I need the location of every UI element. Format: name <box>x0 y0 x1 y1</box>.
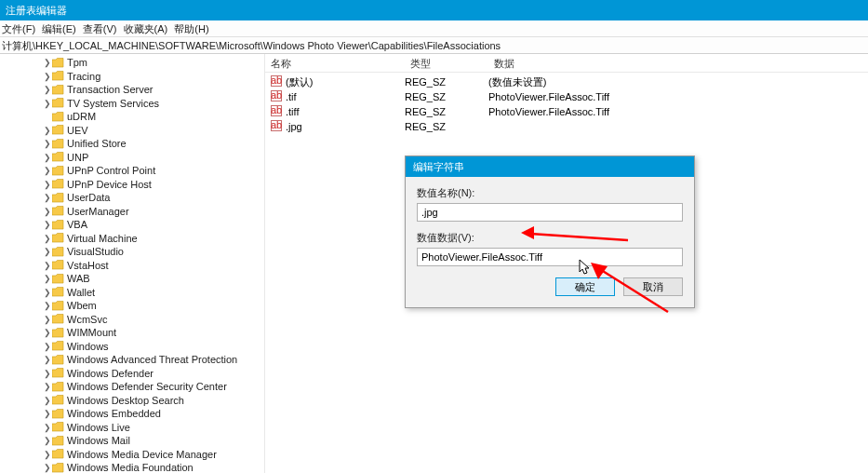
tree-toggle-icon[interactable]: ❯ <box>43 450 52 459</box>
svg-text:ab: ab <box>271 105 282 115</box>
tree-node[interactable]: ❯Windows <box>0 340 264 354</box>
tree-node[interactable]: ❯Windows Defender <box>0 367 264 381</box>
tree-node-label: Wbem <box>67 300 97 311</box>
col-name[interactable]: 名称 <box>265 54 405 72</box>
string-value-icon: ab <box>271 75 282 88</box>
value-data-input[interactable] <box>417 248 683 266</box>
value-row[interactable]: ab(默认)REG_SZ(数值未设置) <box>265 74 868 89</box>
value-name-input[interactable] <box>417 203 683 222</box>
tree-node[interactable]: ❯VisualStudio <box>0 245 264 259</box>
value-row[interactable]: ab.jpgREG_SZ <box>265 119 868 134</box>
tree-toggle-icon[interactable]: ❯ <box>43 58 52 67</box>
tree-toggle-icon[interactable]: ❯ <box>43 328 52 337</box>
tree-toggle-icon[interactable]: ❯ <box>43 463 52 472</box>
tree-node[interactable]: ❯Windows Desktop Search <box>0 394 264 408</box>
tree-toggle-icon[interactable]: ❯ <box>43 369 52 378</box>
tree-toggle-icon[interactable]: ❯ <box>43 99 52 108</box>
tree-toggle-icon[interactable]: ❯ <box>43 436 52 445</box>
tree-node[interactable]: ❯UPnP Control Point <box>0 164 264 178</box>
tree-node[interactable]: ❯UserData <box>0 191 264 205</box>
tree-node[interactable]: ❯Windows Defender Security Center <box>0 380 264 394</box>
tree-toggle-icon[interactable]: ❯ <box>43 72 52 81</box>
address-bar[interactable]: 计算机\HKEY_LOCAL_MACHINE\SOFTWARE\Microsof… <box>0 37 868 54</box>
menu-file[interactable]: 文件(F) <box>2 23 35 34</box>
value-row[interactable]: ab.tifREG_SZPhotoViewer.FileAssoc.Tiff <box>265 89 868 104</box>
tree-node-label: Unified Store <box>67 138 127 149</box>
tree-toggle-icon[interactable]: ❯ <box>43 301 52 310</box>
menu-help[interactable]: 帮助(H) <box>174 23 208 34</box>
tree-toggle-icon[interactable]: ❯ <box>43 139 52 148</box>
value-type: REG_SZ <box>405 121 488 132</box>
tree-node[interactable]: ❯Windows Embedded <box>0 407 264 421</box>
tree-toggle-icon[interactable]: ❯ <box>43 409 52 418</box>
tree-toggle-icon[interactable]: ❯ <box>43 342 52 351</box>
tree-toggle-icon[interactable]: ❯ <box>43 288 52 297</box>
string-value-icon: ab <box>271 120 282 133</box>
tree-node[interactable]: ❯UserManager <box>0 205 264 219</box>
tree-toggle-icon[interactable]: ❯ <box>43 153 52 162</box>
tree-toggle-icon[interactable]: ❯ <box>43 423 52 432</box>
value-data-label: 数值数据(V): <box>417 231 683 245</box>
tree-node[interactable]: ❯Virtual Machine <box>0 232 264 246</box>
tree-node-label: Windows Media Foundation <box>67 462 194 473</box>
tree-node[interactable]: ❯VBA <box>0 218 264 232</box>
tree-toggle-icon[interactable]: ❯ <box>43 355 52 364</box>
tree-node-label: Tracing <box>67 71 100 82</box>
menu-favorites[interactable]: 收藏夹(A) <box>124 23 168 34</box>
tree-node[interactable]: ❯Wallet <box>0 286 264 300</box>
tree-node[interactable]: ❯Wbem <box>0 299 264 313</box>
tree-node[interactable]: ❯Windows Media Device Manager <box>0 448 264 462</box>
dialog-title: 编辑字符串 <box>406 156 694 177</box>
tree-node[interactable]: ❯Tpm <box>0 56 264 70</box>
tree-toggle-icon[interactable]: ❯ <box>43 396 52 405</box>
tree-node[interactable]: ❯UNP <box>0 151 264 165</box>
tree-node[interactable]: ❯UEV <box>0 124 264 138</box>
tree-node[interactable]: ❯Windows Media Foundation <box>0 461 264 473</box>
tree-node-label: WcmSvc <box>67 314 107 325</box>
col-data[interactable]: 数据 <box>488 54 868 72</box>
tree-toggle-icon[interactable]: ❯ <box>43 85 52 94</box>
registry-tree[interactable]: ❯Tpm❯Tracing❯Transaction Server❯TV Syste… <box>0 54 265 473</box>
tree-node-label: WAB <box>67 273 90 284</box>
tree-toggle-icon[interactable]: ❯ <box>43 274 52 283</box>
string-value-icon: ab <box>271 90 282 103</box>
tree-toggle-icon[interactable]: ❯ <box>43 261 52 270</box>
tree-node[interactable]: uDRM <box>0 110 264 124</box>
menu-view[interactable]: 查看(V) <box>83 23 117 34</box>
tree-node[interactable]: ❯WAB <box>0 272 264 286</box>
tree-node[interactable]: ❯WcmSvc <box>0 313 264 327</box>
tree-node[interactable]: ❯Windows Live <box>0 421 264 435</box>
tree-toggle-icon[interactable]: ❯ <box>43 193 52 202</box>
tree-toggle-icon[interactable]: ❯ <box>43 220 52 229</box>
tree-node-label: VstaHost <box>67 260 109 271</box>
value-data: PhotoViewer.FileAssoc.Tiff <box>488 106 868 117</box>
tree-node[interactable]: ❯UPnP Device Host <box>0 178 264 192</box>
svg-text:ab: ab <box>271 120 282 130</box>
tree-node[interactable]: ❯Tracing <box>0 70 264 84</box>
col-type[interactable]: 类型 <box>405 54 488 72</box>
tree-toggle-icon[interactable]: ❯ <box>43 382 52 391</box>
value-type: REG_SZ <box>405 91 488 102</box>
tree-toggle-icon[interactable]: ❯ <box>43 126 52 135</box>
tree-toggle-icon[interactable]: ❯ <box>43 166 52 175</box>
tree-node[interactable]: ❯Windows Mail <box>0 434 264 448</box>
cancel-button[interactable]: 取消 <box>623 277 683 296</box>
tree-toggle-icon[interactable]: ❯ <box>43 247 52 256</box>
ok-button[interactable]: 确定 <box>555 277 615 296</box>
tree-node-label: Windows Mail <box>67 435 130 446</box>
value-row[interactable]: ab.tiffREG_SZPhotoViewer.FileAssoc.Tiff <box>265 104 868 119</box>
tree-toggle-icon[interactable]: ❯ <box>43 315 52 324</box>
tree-node[interactable]: ❯Transaction Server <box>0 83 264 97</box>
tree-node[interactable]: ❯Windows Advanced Threat Protection <box>0 353 264 367</box>
tree-node-label: Windows Live <box>67 422 130 433</box>
tree-node[interactable]: ❯WIMMount <box>0 326 264 340</box>
tree-toggle-icon[interactable]: ❯ <box>43 207 52 216</box>
tree-node[interactable]: ❯VstaHost <box>0 259 264 273</box>
menu-edit[interactable]: 编辑(E) <box>42 23 76 34</box>
tree-node-label: Windows Media Device Manager <box>67 449 217 460</box>
tree-toggle-icon[interactable]: ❯ <box>43 234 52 243</box>
tree-node[interactable]: ❯Unified Store <box>0 137 264 151</box>
tree-toggle-icon[interactable]: ❯ <box>43 180 52 189</box>
tree-node[interactable]: ❯TV System Services <box>0 97 264 111</box>
tree-node-label: VBA <box>67 219 87 230</box>
